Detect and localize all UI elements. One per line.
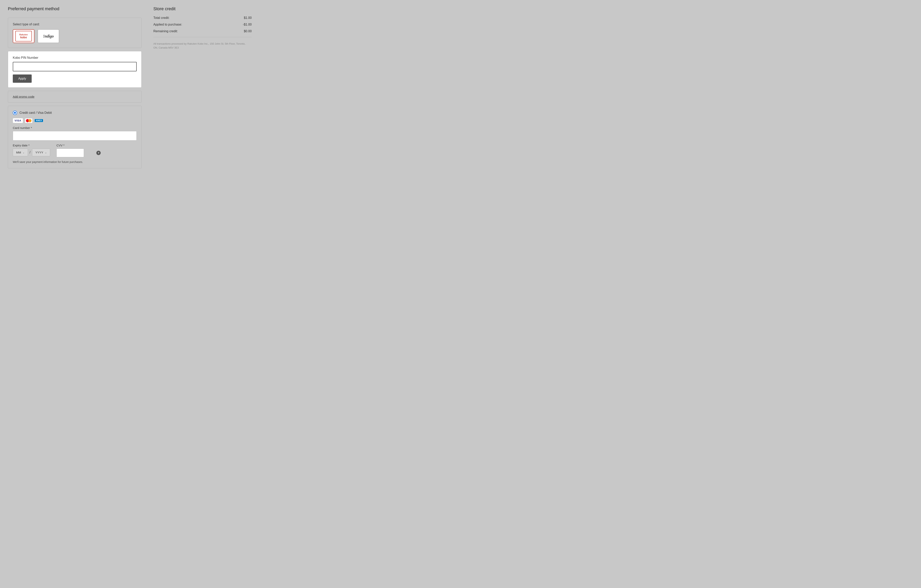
kobo-text: kobo (20, 36, 27, 39)
visa-icon: VISA (13, 118, 23, 123)
pin-input[interactable] (13, 62, 137, 71)
save-info-text: We'll save your payment information for … (13, 160, 137, 164)
card-number-input[interactable] (13, 131, 137, 141)
rakuten-kobo-card-option[interactable]: Rakuten kobo (13, 29, 34, 43)
indigo-card-option[interactable]: !ndigo (37, 29, 59, 43)
apply-button[interactable]: Apply (13, 75, 32, 83)
cvv-help-icon[interactable]: ? (96, 151, 101, 155)
right-column: Store credit Total credit: $1.00 Applied… (142, 6, 252, 169)
card-section-label: Select type of card: (13, 23, 137, 26)
expiry-year-value: YYYY (36, 151, 43, 154)
cvv-group: CVV * ? (57, 144, 84, 157)
expiry-year-select[interactable]: YYYY ⌄ (32, 149, 50, 156)
card-brand-icons: VISA AMEX (13, 118, 137, 123)
total-credit-row: Total credit: $1.00 (153, 16, 252, 19)
promo-section: Add promo code (8, 91, 142, 102)
rakuten-kobo-logo: Rakuten kobo (15, 31, 32, 41)
expiry-month-value: MM (16, 151, 21, 154)
total-credit-label: Total credit: (153, 16, 169, 19)
date-separator: / (29, 150, 31, 154)
left-column: Preferred payment method Select type of … (8, 6, 142, 169)
credit-card-label: Credit card / Visa Debit (20, 111, 52, 115)
remaining-credit-label: Remaining credit: (153, 29, 178, 33)
store-credit-title: Store credit (153, 6, 252, 11)
credit-card-radio-row[interactable]: Credit card / Visa Debit (13, 110, 137, 115)
card-number-label: Card number * (13, 126, 137, 130)
card-selection-section: Select type of card: Rakuten kobo !ndigo (8, 18, 142, 48)
amex-icon: AMEX (34, 119, 43, 122)
pin-section: Kobo PIN Number Apply (8, 51, 142, 88)
rakuten-text: Rakuten (20, 34, 28, 36)
pin-label: Kobo PIN Number (13, 56, 137, 60)
chevron-down-icon: ⌄ (23, 151, 24, 154)
mastercard-icon (25, 118, 33, 123)
applied-credit-label: Applied to purchase: (153, 23, 182, 26)
expiry-cvv-row: Expiry date * MM ⌄ / YYYY ⌄ C (13, 144, 137, 157)
expiry-selects: MM ⌄ / YYYY ⌄ (13, 149, 50, 156)
expiry-label: Expiry date * (13, 144, 50, 147)
expiry-month-select[interactable]: MM ⌄ (13, 149, 28, 156)
radio-selected-indicator (14, 112, 16, 114)
cvv-input-wrapper: ? (57, 149, 84, 157)
credit-card-section: Credit card / Visa Debit VISA AMEX Card … (8, 106, 142, 169)
expiry-group: Expiry date * MM ⌄ / YYYY ⌄ (13, 144, 50, 156)
credit-card-radio[interactable] (13, 110, 17, 115)
transaction-text: All transactions processed by Rakuten Ko… (153, 42, 248, 50)
chevron-down-icon-year: ⌄ (45, 151, 47, 154)
cvv-input[interactable] (59, 151, 96, 155)
add-promo-code-link[interactable]: Add promo code (13, 95, 34, 98)
cvv-label: CVV * (57, 144, 84, 147)
indigo-logo: !ndigo (43, 34, 54, 39)
total-credit-value: $1.00 (244, 16, 252, 19)
page-title: Preferred payment method (8, 6, 142, 11)
applied-credit-value: -$1.00 (243, 23, 252, 26)
applied-credit-row: Applied to purchase: -$1.00 (153, 23, 252, 26)
card-options: Rakuten kobo !ndigo (13, 29, 137, 43)
remaining-credit-value: $0.00 (244, 29, 252, 33)
remaining-credit-row: Remaining credit: $0.00 (153, 29, 252, 33)
